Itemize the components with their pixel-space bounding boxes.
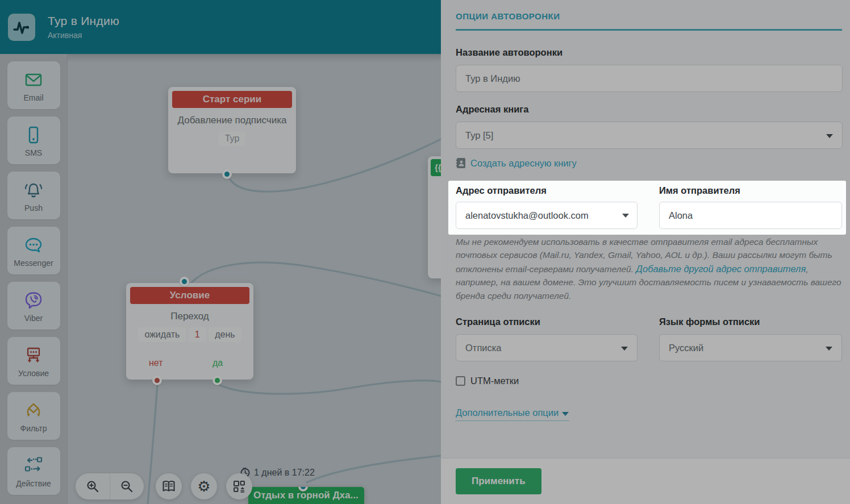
- sidebar-item-filter[interactable]: Фильтр: [7, 392, 60, 440]
- sender-note-text: Мы не рекомендуем использовать в качеств…: [456, 235, 843, 302]
- filter-icon: [22, 399, 45, 422]
- email-icon: [22, 69, 45, 91]
- zoom-in-icon: [86, 480, 99, 493]
- funnel-title: Тур в Индию: [48, 14, 119, 28]
- sender-name-label: Имя отправителя: [659, 185, 740, 196]
- sender-address-select[interactable]: alenatovstukha@outlook.com: [456, 202, 638, 229]
- utm-checkbox[interactable]: [456, 376, 465, 386]
- flow-canvas[interactable]: Старт серии Добавление подписчика Тур Ус…: [68, 54, 441, 504]
- node-sidebar: Email SMS Push Messenger Viber Условие Ф…: [0, 54, 68, 504]
- start-node[interactable]: Старт серии Добавление подписчика Тур: [168, 87, 296, 173]
- unsubscribe-page-value: Отписка: [465, 343, 502, 353]
- create-address-book-link[interactable]: Создать адресную книгу: [456, 157, 577, 169]
- unsubscribe-page-label: Страница отписки: [456, 316, 638, 327]
- zoom-in-button[interactable]: [76, 473, 110, 499]
- address-book-label: Адресная книга: [456, 104, 842, 115]
- unsubscribe-page-select[interactable]: Отписка: [456, 334, 638, 361]
- chevron-down-icon: [826, 347, 832, 351]
- sitemap-icon: [232, 480, 246, 493]
- settings-button[interactable]: ⚙: [191, 473, 217, 499]
- chevron-down-icon: [622, 214, 629, 218]
- sidebar-item-push[interactable]: Push: [7, 172, 60, 219]
- sms-icon: [22, 124, 45, 147]
- app-header: Тур в Индию Активная: [0, 0, 441, 54]
- schedule-text: 1 дней в 17:22: [254, 468, 315, 478]
- wait-value-tag: 1: [189, 327, 206, 342]
- sender-spotlight-section: Адрес отправителя alenatovstukha@outlook…: [448, 181, 846, 235]
- address-book-select[interactable]: Тур [5]: [456, 122, 843, 149]
- unsubscribe-language-select[interactable]: Русский: [659, 334, 842, 361]
- sidebar-item-action[interactable]: Действие: [7, 447, 60, 495]
- book-icon: [161, 480, 176, 493]
- sidebar-item-label: Push: [24, 203, 43, 213]
- zoom-toolbar: [76, 473, 144, 499]
- zoom-out-icon: [120, 480, 134, 493]
- pulse-icon: [8, 14, 35, 41]
- panel-title-underline: [456, 29, 842, 31]
- chevron-down-icon: [621, 347, 628, 351]
- start-node-header: Старт серии: [172, 91, 292, 108]
- utm-checkbox-row[interactable]: UTM-метки: [456, 376, 519, 386]
- sidebar-item-label: SMS: [25, 148, 42, 157]
- wait-label-tag: ожидать: [138, 327, 186, 342]
- guide-book-button[interactable]: [156, 473, 182, 499]
- sidebar-item-email[interactable]: Email: [7, 61, 60, 109]
- sender-name-input[interactable]: [659, 202, 842, 229]
- chevron-down-icon: [826, 134, 833, 138]
- gear-icon: ⚙: [197, 479, 210, 494]
- utm-label: UTM-метки: [470, 376, 519, 386]
- unsubscribe-row: Страница отписки Отписка Язык формы отпи…: [456, 316, 842, 361]
- apply-button[interactable]: Применить: [456, 468, 541, 494]
- messenger-icon: [22, 234, 45, 257]
- address-book-value: Тур [5]: [465, 130, 493, 140]
- branch-yes-label: да: [213, 358, 223, 368]
- chevron-down-icon: [562, 412, 569, 416]
- sender-address-label: Адрес отправителя: [456, 185, 547, 196]
- unsubscribe-language-value: Русский: [669, 343, 703, 353]
- branch-no-dot[interactable]: [152, 376, 162, 385]
- add-sender-link[interactable]: Добавьте другой адрес отправителя: [636, 264, 806, 274]
- funnel-name-label: Название автоворонки: [456, 47, 842, 58]
- funnel-name-input[interactable]: [456, 65, 843, 92]
- sidebar-item-viber[interactable]: Viber: [7, 282, 60, 330]
- panel-title-tab[interactable]: ОПЦИИ АВТОВОРОНКИ: [456, 11, 842, 21]
- sidebar-item-condition[interactable]: Условие: [7, 337, 60, 385]
- email-node[interactable]: Отдых в горной Дха...: [248, 487, 364, 504]
- zoom-out-button[interactable]: [110, 473, 144, 499]
- wait-unit-tag: день: [209, 327, 241, 342]
- structure-button[interactable]: [226, 473, 252, 499]
- viber-icon: [22, 289, 45, 312]
- sidebar-item-label: Viber: [24, 314, 43, 323]
- options-panel: ОПЦИИ АВТОВОРОНКИ Название автоворонки А…: [441, 0, 850, 504]
- more-options-text: Дополнительные опции: [456, 407, 559, 418]
- create-address-book-text: Создать адресную книгу: [470, 158, 577, 169]
- email-node-title: Отдых в горной Дха...: [253, 490, 359, 501]
- more-options-link[interactable]: Дополнительные опции: [456, 407, 569, 421]
- action-icon: [22, 455, 45, 477]
- automation-editor-page: Тур в Индию Активная Email SMS Push Mess…: [0, 0, 850, 504]
- branch-yes-dot[interactable]: [213, 376, 222, 385]
- sender-address-value: alenatovstukha@outlook.com: [465, 210, 589, 220]
- funnel-status: Активная: [48, 31, 119, 40]
- funnel-heading: Тур в Индию Активная: [48, 14, 119, 40]
- sidebar-item-label: Фильтр: [20, 424, 47, 433]
- sidebar-item-label: Действие: [16, 479, 51, 488]
- sidebar-item-label: Email: [23, 93, 43, 102]
- connector-out-dot[interactable]: [222, 169, 232, 179]
- condition-icon: [22, 344, 45, 367]
- schedule-label-row: 1 дней в 17:22: [240, 467, 315, 478]
- start-node-body: Добавление подписчика: [168, 114, 296, 126]
- start-node-tag: Тур: [219, 131, 246, 146]
- address-book-icon: [456, 157, 466, 169]
- unsubscribe-language-label: Язык формы отписки: [659, 316, 842, 327]
- sidebar-item-messenger[interactable]: Messenger: [7, 227, 60, 274]
- branch-no-label: нет: [149, 358, 163, 368]
- connector-in-dot[interactable]: [180, 277, 189, 286]
- panel-footer: Применить: [441, 458, 850, 504]
- sidebar-item-label: Messenger: [14, 259, 53, 268]
- condition-node-body: Переход: [126, 310, 253, 322]
- sidebar-item-label: Условие: [18, 369, 49, 378]
- condition-node[interactable]: Условие Переход ожидать 1 день нет да: [126, 283, 253, 380]
- condition-node-header: Условие: [130, 287, 249, 304]
- sidebar-item-sms[interactable]: SMS: [7, 116, 60, 164]
